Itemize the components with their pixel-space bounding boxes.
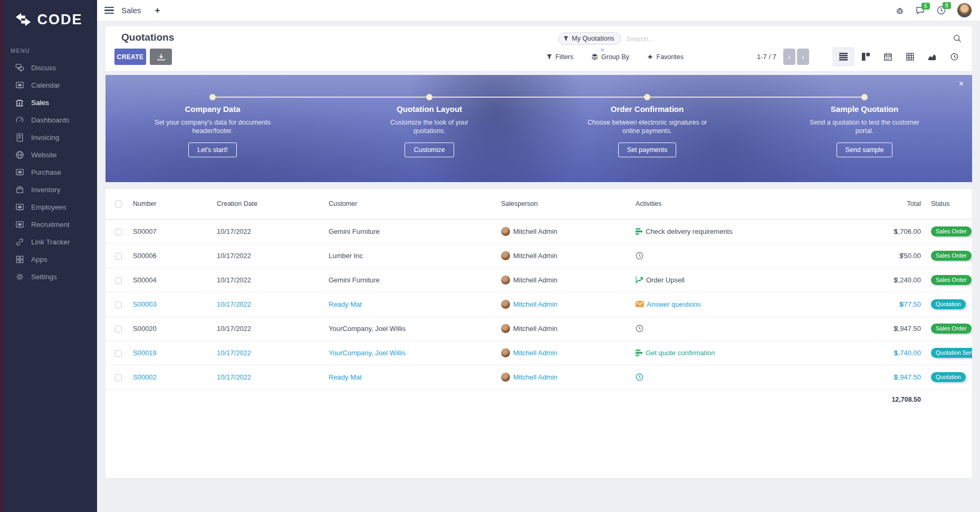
sidebar-item-discuss[interactable]: Discuss [0,59,97,77]
lets-start-button[interactable]: Let's start! [188,143,236,157]
sidebar-item-recruitment[interactable]: Recruitment [0,216,97,233]
send-sample-button[interactable]: Send sample [837,143,893,157]
app-root: CODE MENU Discuss Calendar Sales Dashboa… [0,0,980,512]
quotations-table-card: Number Creation Date Customer Salesperso… [105,189,972,478]
customize-button[interactable]: Customize [405,143,454,157]
table-row[interactable]: S00004 10/17/2022 Gemini Furniture Mitch… [105,268,972,292]
sidebar-item-dashboards[interactable]: Dashboards [0,111,97,129]
sidebar-item-invoicing[interactable]: Invoicing [0,129,97,146]
sidebar-item-label: Inventory [31,186,61,194]
create-button[interactable]: CREATE [114,49,146,65]
column-header-salesperson[interactable]: Salesperson [501,189,636,219]
table-row[interactable]: S00020 10/17/2022 YourCompany, Joel Will… [105,316,972,340]
row-checkbox[interactable] [115,350,122,357]
activity-cell: Order Upsell [636,268,818,292]
current-app-name[interactable]: Sales [121,6,141,15]
sidebar-item-calendar[interactable]: Calendar [0,77,97,94]
search-icon[interactable] [953,34,962,43]
messages-icon[interactable]: 5 [916,6,925,15]
layers-icon [591,53,598,60]
total-cell: $1,740.00 [818,340,923,365]
row-checkbox[interactable] [115,253,122,260]
status-cell: Quotation [923,365,972,389]
timeline-dot [426,94,433,100]
favorites-button[interactable]: ★ Favorites [647,53,684,61]
row-checkbox[interactable] [115,326,122,333]
import-button[interactable] [150,49,172,65]
sidebar-item-sales[interactable]: Sales [0,94,97,111]
sidebar-item-label: Dashboards [31,116,70,124]
column-header-creation-date[interactable]: Creation Date [217,189,329,219]
hamburger-menu-icon[interactable] [104,5,114,16]
total-cell: $750.00 [818,243,923,268]
salesperson-cell: Mitchell Admin [501,243,636,268]
sidebar-item-purchase[interactable]: Purchase [0,164,97,181]
sidebar-item-link-tracker[interactable]: Link Tracker [0,233,97,251]
sidebar-item-inventory[interactable]: Inventory [0,181,97,198]
new-tab-plus-button[interactable]: + [155,5,160,16]
search-input[interactable] [621,35,953,43]
banner-close-button[interactable]: × [959,79,964,89]
pivot-view-button[interactable] [899,47,921,67]
status-cell: Quotation [923,292,972,316]
row-checkbox[interactable] [115,277,122,284]
customer-cell: Ready Mat [329,292,501,316]
set-payments-button[interactable]: Set payments [618,143,676,157]
table-row[interactable]: S00019 10/17/2022 YourCompany, Joel Will… [105,340,972,365]
table-row[interactable]: S00007 10/17/2022 Gemini Furniture Mitch… [105,219,972,243]
salesperson-avatar [501,251,510,260]
column-header-total[interactable]: Total [818,189,923,219]
menu-section-label: MENU [11,48,97,54]
pager-range: 1-7 / 7 [757,53,776,61]
calendar-view-button[interactable] [877,47,899,67]
salesperson-avatar [501,300,510,309]
column-header-customer[interactable]: Customer [329,189,501,219]
bank-icon [15,98,24,108]
topbar: Sales + 5 8 [97,0,980,21]
status-badge: Sales Order [931,275,972,285]
column-header-number[interactable]: Number [133,189,217,219]
activity-clock-icon[interactable]: 8 [937,6,946,15]
sidebar-item-website[interactable]: Website [0,146,97,164]
column-header-status[interactable]: Status [923,189,972,219]
list-view-button[interactable] [832,47,854,67]
sidebar-item-employees[interactable]: Employees [0,198,97,216]
total-cell: $1,706.00 [818,219,923,243]
row-checkbox[interactable] [115,229,122,235]
row-checkbox[interactable] [115,301,122,308]
table-row[interactable]: S00002 10/17/2022 Ready Mat Mitchell Adm… [105,365,972,389]
search-bar: My Quotations × [558,32,962,45]
sidebar-item-label: Employees [31,203,66,211]
number-cell: S00007 [133,219,217,243]
debug-bug-icon[interactable] [896,6,904,15]
activity-view-button[interactable] [943,47,965,67]
logo-text: CODE [37,12,82,28]
user-avatar[interactable] [957,3,972,17]
kanban-view-button[interactable] [854,47,877,67]
step-description: Choose between electronic signatures or … [587,118,708,135]
sidebar-item-settings[interactable]: Settings [0,268,97,286]
pager-previous-button[interactable]: ‹ [783,49,795,65]
number-cell: S00004 [133,268,217,292]
graph-view-icon [928,53,936,61]
table-row[interactable]: S00003 10/17/2022 Ready Mat Mitchell Adm… [105,292,972,316]
row-checkbox[interactable] [115,374,122,381]
select-all-checkbox[interactable] [115,201,122,207]
screen-icon [15,203,24,212]
pager-next-button[interactable]: › [797,49,809,65]
number-cell: S00003 [133,292,217,316]
sidebar-item-apps[interactable]: Apps [0,251,97,268]
sidebar-item-label: Calendar [31,81,60,89]
funnel-icon [546,54,552,60]
column-header-activities[interactable]: Activities [636,189,818,219]
control-panel: Quotations CREATE My Quotations × Filter… [105,26,972,71]
activity-cell [636,365,818,389]
activity-cell [636,243,818,268]
group-by-button[interactable]: Group By [591,53,629,61]
sidebar-item-label: Discuss [31,64,56,72]
graph-view-button[interactable] [921,47,943,67]
onboarding-banner: × Company Data Set your company's data f… [105,75,972,182]
table-row[interactable]: S00006 10/17/2022 Lumber Inc Mitchell Ad… [105,243,972,268]
app-logo[interactable]: CODE [0,0,97,39]
filters-button[interactable]: Filters [546,53,573,61]
